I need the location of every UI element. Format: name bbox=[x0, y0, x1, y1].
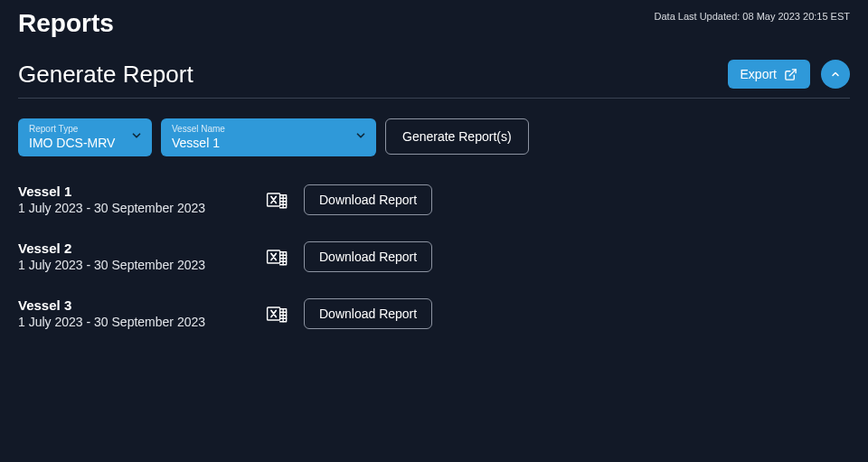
download-report-button[interactable]: Download Report bbox=[304, 241, 432, 272]
report-type-select[interactable]: Report Type IMO DCS-MRV bbox=[18, 118, 152, 156]
last-updated-label: Data Last Updated: 08 May 2023 20:15 EST bbox=[655, 11, 850, 22]
collapse-button[interactable] bbox=[821, 60, 850, 89]
report-row: Vessel 11 July 2023 - 30 September 2023D… bbox=[18, 184, 850, 215]
vessel-name-select[interactable]: Vessel Name Vessel 1 bbox=[161, 118, 376, 156]
excel-file-icon bbox=[264, 187, 291, 212]
export-button[interactable]: Export bbox=[728, 60, 810, 89]
vessel-name-label: Vessel Name bbox=[172, 124, 344, 135]
report-name: Vessel 2 bbox=[18, 240, 264, 256]
report-info: Vessel 31 July 2023 - 30 September 2023 bbox=[18, 297, 264, 329]
download-report-button[interactable]: Download Report bbox=[304, 298, 432, 329]
chevron-up-icon bbox=[830, 69, 841, 80]
page-title: Reports bbox=[18, 9, 114, 38]
chevron-down-icon bbox=[130, 129, 143, 146]
report-date-range: 1 July 2023 - 30 September 2023 bbox=[18, 201, 264, 215]
report-date-range: 1 July 2023 - 30 September 2023 bbox=[18, 315, 264, 329]
vessel-name-value: Vessel 1 bbox=[172, 135, 344, 151]
chevron-down-icon bbox=[354, 129, 367, 146]
report-name: Vessel 3 bbox=[18, 297, 264, 313]
export-button-label: Export bbox=[741, 67, 777, 81]
external-link-icon bbox=[784, 68, 797, 81]
svg-line-0 bbox=[789, 69, 796, 75]
generate-report-button[interactable]: Generate Report(s) bbox=[385, 118, 529, 155]
report-info: Vessel 21 July 2023 - 30 September 2023 bbox=[18, 240, 264, 272]
report-info: Vessel 11 July 2023 - 30 September 2023 bbox=[18, 184, 264, 215]
report-row: Vessel 21 July 2023 - 30 September 2023D… bbox=[18, 240, 850, 272]
excel-file-icon bbox=[264, 244, 291, 269]
report-date-range: 1 July 2023 - 30 September 2023 bbox=[18, 258, 264, 272]
section-title: Generate Report bbox=[18, 61, 193, 89]
report-type-value: IMO DCS-MRV bbox=[29, 135, 119, 151]
report-name: Vessel 1 bbox=[18, 184, 264, 199]
excel-file-icon bbox=[264, 301, 291, 326]
report-type-label: Report Type bbox=[29, 124, 119, 135]
download-report-button[interactable]: Download Report bbox=[304, 184, 432, 215]
report-row: Vessel 31 July 2023 - 30 September 2023D… bbox=[18, 297, 850, 329]
